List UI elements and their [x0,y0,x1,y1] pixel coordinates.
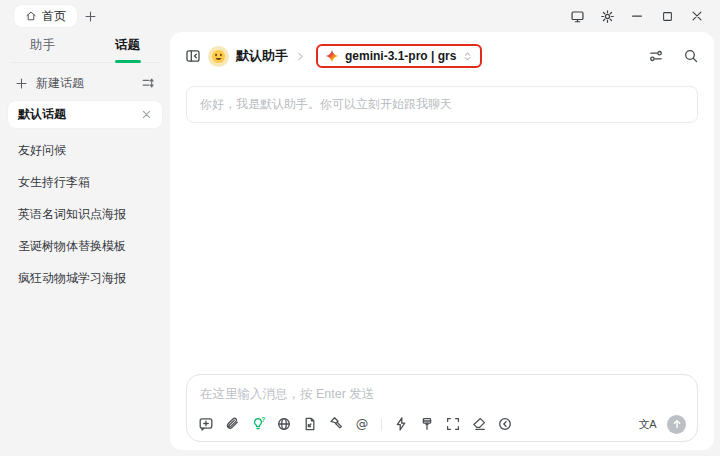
composer-toolbar: ? @ [198,414,686,434]
assistant-greeting-bubble: 你好，我是默认助手。你可以立刻开始跟我聊天 [186,86,698,123]
assistant-avatar[interactable] [208,46,229,67]
select-updown-icon [462,51,473,62]
mention-model-icon[interactable]: @ [354,416,370,432]
topic-item[interactable]: 英语名词知识点海报 [0,198,170,230]
web-search-globe-icon[interactable] [276,416,292,432]
new-topic-label: 新建话题 [36,75,133,92]
send-button[interactable] [667,415,686,434]
eraser-clear-icon[interactable] [471,416,487,432]
sidebar-tabs: 助手 话题 [0,32,170,59]
thinking-bulb-icon[interactable]: ? [250,416,266,432]
assistant-name[interactable]: 默认助手 [236,47,288,65]
topic-item-active[interactable]: 默认话题 [8,101,162,128]
title-bar: 首页 [0,0,720,32]
settings-gear-icon[interactable] [592,0,622,32]
model-settings-sliders-icon[interactable] [648,48,664,64]
sort-topics-icon[interactable] [141,76,155,90]
new-tab-button[interactable] [78,4,102,28]
tab-home[interactable]: 首页 [14,5,77,27]
history-clock-icon[interactable] [497,416,513,432]
chat-panel: 默认助手 gemini-3.1-pro | [170,32,714,450]
maximize-button[interactable] [652,0,682,32]
svg-text:?: ? [261,416,265,423]
knowledge-base-icon[interactable] [302,416,318,432]
search-icon[interactable] [683,48,699,64]
topic-item[interactable]: 友好问候 [0,134,170,166]
model-selector[interactable]: gemini-3.1-pro | grs [316,44,482,68]
collapse-sidebar-icon[interactable] [185,48,201,64]
plus-icon [15,77,28,90]
close-topic-icon[interactable] [141,109,152,120]
toolbar-divider [381,418,382,431]
chat-header: 默认助手 gemini-3.1-pro | [170,41,714,71]
new-context-icon[interactable] [198,416,214,432]
topic-item[interactable]: 女生持行李箱 [0,166,170,198]
quick-phrase-lightning-icon[interactable] [393,416,409,432]
message-composer[interactable]: 在这里输入消息，按 Enter 发送 ? [186,374,698,442]
topic-item[interactable]: 圣诞树物体替换模板 [0,230,170,262]
home-icon [25,10,37,22]
tab-topics[interactable]: 话题 [85,32,170,59]
close-button[interactable] [682,0,712,32]
mcp-tools-hammer-icon[interactable] [328,416,344,432]
paintbrush-icon[interactable] [419,416,435,432]
topic-item[interactable]: 疯狂动物城学习海报 [0,262,170,294]
attachment-paperclip-icon[interactable] [224,416,240,432]
model-selector-label: gemini-3.1-pro | grs [345,49,456,63]
translate-icon[interactable]: 文A [639,417,656,432]
svg-text:@: @ [356,416,369,431]
tab-home-label: 首页 [42,8,66,25]
expand-input-icon[interactable] [445,416,461,432]
window-controls [562,0,712,32]
theme-monitor-icon[interactable] [562,0,592,32]
chat-header-actions [648,48,699,64]
active-tab-underline [115,60,141,63]
tab-assistants[interactable]: 助手 [0,32,85,59]
composer-right-actions: 文A [639,415,686,434]
message-input[interactable]: 在这里输入消息，按 Enter 发送 [187,375,697,403]
minimize-button[interactable] [622,0,652,32]
gemini-star-icon [325,49,339,63]
sidebar: 助手 话题 新建话题 默认话题 友好问候 女生持行李箱 英语名词知识点海报 圣诞… [0,32,170,456]
chevron-right-icon [295,51,306,62]
new-topic-button[interactable]: 新建话题 [0,65,170,101]
